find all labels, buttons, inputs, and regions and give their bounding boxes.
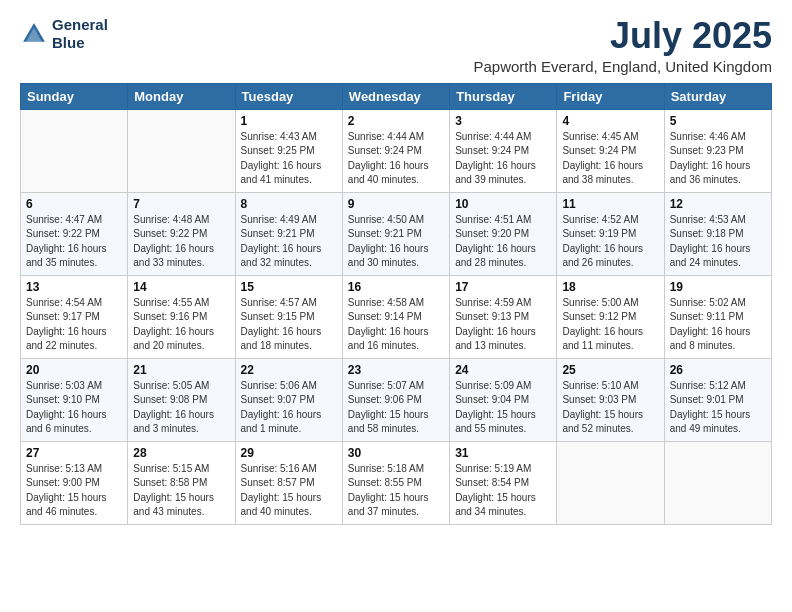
calendar-cell: 14Sunrise: 4:55 AM Sunset: 9:16 PM Dayli… bbox=[128, 275, 235, 358]
calendar-cell: 31Sunrise: 5:19 AM Sunset: 8:54 PM Dayli… bbox=[450, 441, 557, 524]
day-number: 2 bbox=[348, 114, 444, 128]
calendar-cell: 8Sunrise: 4:49 AM Sunset: 9:21 PM Daylig… bbox=[235, 192, 342, 275]
calendar-header-row: SundayMondayTuesdayWednesdayThursdayFrid… bbox=[21, 83, 772, 109]
day-number: 18 bbox=[562, 280, 658, 294]
subtitle: Papworth Everard, England, United Kingdo… bbox=[473, 58, 772, 75]
calendar-cell: 19Sunrise: 5:02 AM Sunset: 9:11 PM Dayli… bbox=[664, 275, 771, 358]
calendar-cell: 23Sunrise: 5:07 AM Sunset: 9:06 PM Dayli… bbox=[342, 358, 449, 441]
calendar-cell: 13Sunrise: 4:54 AM Sunset: 9:17 PM Dayli… bbox=[21, 275, 128, 358]
calendar-cell: 11Sunrise: 4:52 AM Sunset: 9:19 PM Dayli… bbox=[557, 192, 664, 275]
day-number: 9 bbox=[348, 197, 444, 211]
calendar-week-row: 20Sunrise: 5:03 AM Sunset: 9:10 PM Dayli… bbox=[21, 358, 772, 441]
day-info: Sunrise: 4:44 AM Sunset: 9:24 PM Dayligh… bbox=[348, 130, 444, 188]
day-info: Sunrise: 5:05 AM Sunset: 9:08 PM Dayligh… bbox=[133, 379, 229, 437]
day-number: 17 bbox=[455, 280, 551, 294]
calendar-cell: 22Sunrise: 5:06 AM Sunset: 9:07 PM Dayli… bbox=[235, 358, 342, 441]
calendar-cell: 28Sunrise: 5:15 AM Sunset: 8:58 PM Dayli… bbox=[128, 441, 235, 524]
calendar-cell: 21Sunrise: 5:05 AM Sunset: 9:08 PM Dayli… bbox=[128, 358, 235, 441]
calendar-cell: 3Sunrise: 4:44 AM Sunset: 9:24 PM Daylig… bbox=[450, 109, 557, 192]
day-number: 3 bbox=[455, 114, 551, 128]
day-number: 7 bbox=[133, 197, 229, 211]
calendar-day-header: Sunday bbox=[21, 83, 128, 109]
day-info: Sunrise: 5:00 AM Sunset: 9:12 PM Dayligh… bbox=[562, 296, 658, 354]
day-number: 31 bbox=[455, 446, 551, 460]
calendar-cell: 2Sunrise: 4:44 AM Sunset: 9:24 PM Daylig… bbox=[342, 109, 449, 192]
calendar-cell: 12Sunrise: 4:53 AM Sunset: 9:18 PM Dayli… bbox=[664, 192, 771, 275]
calendar-day-header: Saturday bbox=[664, 83, 771, 109]
calendar-cell bbox=[664, 441, 771, 524]
calendar-cell: 1Sunrise: 4:43 AM Sunset: 9:25 PM Daylig… bbox=[235, 109, 342, 192]
calendar-cell bbox=[21, 109, 128, 192]
calendar-cell: 7Sunrise: 4:48 AM Sunset: 9:22 PM Daylig… bbox=[128, 192, 235, 275]
logo-line1: General bbox=[52, 16, 108, 34]
day-number: 23 bbox=[348, 363, 444, 377]
calendar-cell: 16Sunrise: 4:58 AM Sunset: 9:14 PM Dayli… bbox=[342, 275, 449, 358]
day-number: 19 bbox=[670, 280, 766, 294]
calendar-cell: 15Sunrise: 4:57 AM Sunset: 9:15 PM Dayli… bbox=[235, 275, 342, 358]
day-info: Sunrise: 5:13 AM Sunset: 9:00 PM Dayligh… bbox=[26, 462, 122, 520]
day-info: Sunrise: 5:12 AM Sunset: 9:01 PM Dayligh… bbox=[670, 379, 766, 437]
calendar-cell: 18Sunrise: 5:00 AM Sunset: 9:12 PM Dayli… bbox=[557, 275, 664, 358]
calendar-week-row: 13Sunrise: 4:54 AM Sunset: 9:17 PM Dayli… bbox=[21, 275, 772, 358]
calendar-cell: 10Sunrise: 4:51 AM Sunset: 9:20 PM Dayli… bbox=[450, 192, 557, 275]
day-number: 4 bbox=[562, 114, 658, 128]
day-number: 5 bbox=[670, 114, 766, 128]
day-info: Sunrise: 5:07 AM Sunset: 9:06 PM Dayligh… bbox=[348, 379, 444, 437]
title-block: July 2025 Papworth Everard, England, Uni… bbox=[473, 16, 772, 75]
day-info: Sunrise: 4:44 AM Sunset: 9:24 PM Dayligh… bbox=[455, 130, 551, 188]
day-info: Sunrise: 5:09 AM Sunset: 9:04 PM Dayligh… bbox=[455, 379, 551, 437]
day-number: 26 bbox=[670, 363, 766, 377]
day-info: Sunrise: 5:16 AM Sunset: 8:57 PM Dayligh… bbox=[241, 462, 337, 520]
calendar-cell: 9Sunrise: 4:50 AM Sunset: 9:21 PM Daylig… bbox=[342, 192, 449, 275]
day-number: 13 bbox=[26, 280, 122, 294]
calendar-cell: 24Sunrise: 5:09 AM Sunset: 9:04 PM Dayli… bbox=[450, 358, 557, 441]
calendar-week-row: 1Sunrise: 4:43 AM Sunset: 9:25 PM Daylig… bbox=[21, 109, 772, 192]
day-info: Sunrise: 4:47 AM Sunset: 9:22 PM Dayligh… bbox=[26, 213, 122, 271]
day-number: 8 bbox=[241, 197, 337, 211]
day-info: Sunrise: 5:02 AM Sunset: 9:11 PM Dayligh… bbox=[670, 296, 766, 354]
day-number: 11 bbox=[562, 197, 658, 211]
day-number: 12 bbox=[670, 197, 766, 211]
day-number: 1 bbox=[241, 114, 337, 128]
day-info: Sunrise: 4:51 AM Sunset: 9:20 PM Dayligh… bbox=[455, 213, 551, 271]
day-number: 29 bbox=[241, 446, 337, 460]
main-title: July 2025 bbox=[473, 16, 772, 56]
calendar-table: SundayMondayTuesdayWednesdayThursdayFrid… bbox=[20, 83, 772, 525]
day-info: Sunrise: 4:54 AM Sunset: 9:17 PM Dayligh… bbox=[26, 296, 122, 354]
day-info: Sunrise: 4:49 AM Sunset: 9:21 PM Dayligh… bbox=[241, 213, 337, 271]
day-number: 28 bbox=[133, 446, 229, 460]
day-number: 6 bbox=[26, 197, 122, 211]
calendar-cell: 27Sunrise: 5:13 AM Sunset: 9:00 PM Dayli… bbox=[21, 441, 128, 524]
day-info: Sunrise: 4:45 AM Sunset: 9:24 PM Dayligh… bbox=[562, 130, 658, 188]
calendar-week-row: 27Sunrise: 5:13 AM Sunset: 9:00 PM Dayli… bbox=[21, 441, 772, 524]
day-info: Sunrise: 4:48 AM Sunset: 9:22 PM Dayligh… bbox=[133, 213, 229, 271]
calendar-day-header: Thursday bbox=[450, 83, 557, 109]
day-number: 22 bbox=[241, 363, 337, 377]
calendar-cell: 20Sunrise: 5:03 AM Sunset: 9:10 PM Dayli… bbox=[21, 358, 128, 441]
day-info: Sunrise: 5:19 AM Sunset: 8:54 PM Dayligh… bbox=[455, 462, 551, 520]
calendar-cell: 29Sunrise: 5:16 AM Sunset: 8:57 PM Dayli… bbox=[235, 441, 342, 524]
day-info: Sunrise: 4:46 AM Sunset: 9:23 PM Dayligh… bbox=[670, 130, 766, 188]
page: General Blue July 2025 Papworth Everard,… bbox=[0, 0, 792, 612]
day-number: 30 bbox=[348, 446, 444, 460]
calendar-day-header: Tuesday bbox=[235, 83, 342, 109]
calendar-cell: 25Sunrise: 5:10 AM Sunset: 9:03 PM Dayli… bbox=[557, 358, 664, 441]
day-info: Sunrise: 5:15 AM Sunset: 8:58 PM Dayligh… bbox=[133, 462, 229, 520]
day-number: 27 bbox=[26, 446, 122, 460]
calendar-cell: 6Sunrise: 4:47 AM Sunset: 9:22 PM Daylig… bbox=[21, 192, 128, 275]
day-number: 25 bbox=[562, 363, 658, 377]
day-info: Sunrise: 4:59 AM Sunset: 9:13 PM Dayligh… bbox=[455, 296, 551, 354]
day-info: Sunrise: 5:03 AM Sunset: 9:10 PM Dayligh… bbox=[26, 379, 122, 437]
day-info: Sunrise: 5:10 AM Sunset: 9:03 PM Dayligh… bbox=[562, 379, 658, 437]
day-info: Sunrise: 4:53 AM Sunset: 9:18 PM Dayligh… bbox=[670, 213, 766, 271]
calendar-cell: 17Sunrise: 4:59 AM Sunset: 9:13 PM Dayli… bbox=[450, 275, 557, 358]
day-number: 16 bbox=[348, 280, 444, 294]
day-info: Sunrise: 4:55 AM Sunset: 9:16 PM Dayligh… bbox=[133, 296, 229, 354]
day-info: Sunrise: 4:52 AM Sunset: 9:19 PM Dayligh… bbox=[562, 213, 658, 271]
day-info: Sunrise: 4:50 AM Sunset: 9:21 PM Dayligh… bbox=[348, 213, 444, 271]
day-number: 14 bbox=[133, 280, 229, 294]
day-number: 20 bbox=[26, 363, 122, 377]
day-info: Sunrise: 4:57 AM Sunset: 9:15 PM Dayligh… bbox=[241, 296, 337, 354]
calendar-cell: 26Sunrise: 5:12 AM Sunset: 9:01 PM Dayli… bbox=[664, 358, 771, 441]
logo: General Blue bbox=[20, 16, 108, 52]
